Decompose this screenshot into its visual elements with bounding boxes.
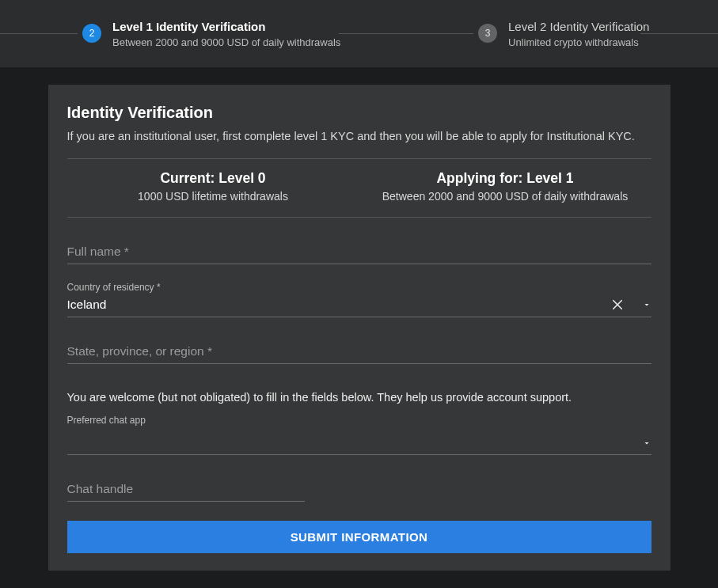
chat-handle-input[interactable] bbox=[67, 477, 305, 502]
optional-fields-note: You are welcome (but not obligated) to f… bbox=[67, 391, 652, 404]
field-chat-app: Preferred chat app bbox=[67, 415, 652, 455]
step-title: Level 2 Identity Verification bbox=[508, 19, 649, 35]
country-value: Iceland bbox=[67, 298, 610, 312]
step-title: Level 1 Identity Verification bbox=[112, 19, 340, 35]
field-full-name bbox=[67, 240, 652, 264]
level-current: Current: Level 0 1000 USD lifetime withd… bbox=[67, 170, 359, 203]
stepper-divider bbox=[0, 33, 78, 34]
step-badge: 3 bbox=[478, 24, 497, 43]
level-current-sub: 1000 USD lifetime withdrawals bbox=[67, 190, 359, 203]
field-state bbox=[67, 340, 652, 364]
submit-button[interactable]: Submit Information bbox=[67, 521, 652, 553]
country-label: Country of residency * bbox=[67, 282, 652, 293]
field-chat-handle bbox=[67, 477, 305, 502]
chat-app-label: Preferred chat app bbox=[67, 415, 652, 426]
step-subtitle: Between 2000 and 9000 USD of daily withd… bbox=[112, 36, 340, 48]
step-badge: 2 bbox=[82, 24, 101, 43]
card-heading: Identity Verification bbox=[67, 104, 652, 122]
level-current-title: Current: Level 0 bbox=[67, 170, 359, 187]
step-level-2[interactable]: 3 Level 2 Identity Verification Unlimite… bbox=[478, 19, 649, 48]
level-applying-title: Applying for: Level 1 bbox=[359, 170, 652, 187]
chat-app-select[interactable] bbox=[67, 427, 652, 455]
clear-icon[interactable] bbox=[610, 298, 625, 312]
chevron-down-icon[interactable] bbox=[642, 300, 652, 309]
stepper-divider bbox=[640, 33, 718, 34]
card-intro: If you are an institutional user, first … bbox=[67, 130, 652, 142]
verification-stepper: 2 Level 1 Identity Verification Between … bbox=[0, 0, 718, 67]
identity-verification-card: Identity Verification If you are an inst… bbox=[48, 85, 671, 571]
level-applying: Applying for: Level 1 Between 2000 and 9… bbox=[359, 170, 652, 203]
step-subtitle: Unlimited crypto withdrawals bbox=[508, 36, 649, 48]
chevron-down-icon[interactable] bbox=[642, 438, 652, 448]
level-summary: Current: Level 0 1000 USD lifetime withd… bbox=[67, 158, 652, 218]
stepper-divider bbox=[339, 33, 473, 34]
step-level-1[interactable]: 2 Level 1 Identity Verification Between … bbox=[82, 19, 340, 48]
field-country: Country of residency * Iceland bbox=[67, 282, 652, 317]
state-input[interactable] bbox=[67, 340, 652, 364]
country-select[interactable]: Iceland bbox=[67, 294, 652, 317]
full-name-input[interactable] bbox=[67, 240, 652, 264]
level-applying-sub: Between 2000 and 9000 USD of daily withd… bbox=[359, 190, 652, 203]
